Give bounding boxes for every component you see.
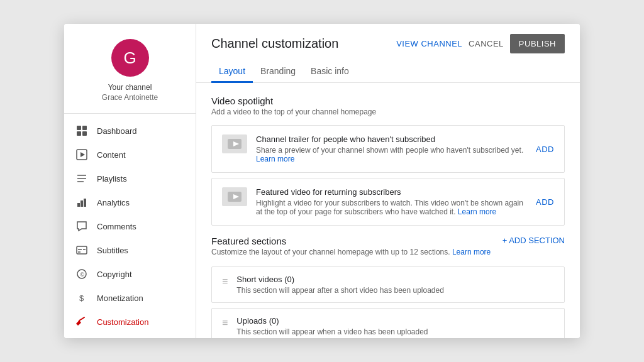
tab-basic-info[interactable]: Basic info: [303, 61, 357, 83]
sidebar-item-dashboard[interactable]: Dashboard: [64, 119, 196, 143]
uploads-desc: This section will appear when a video ha…: [236, 327, 428, 336]
video-spotlight-title: Video spotlight: [211, 96, 565, 106]
svg-rect-3: [82, 131, 87, 136]
channel-label: Your channel: [108, 83, 152, 92]
add-section-button[interactable]: + ADD SECTION: [502, 236, 565, 245]
sidebar-item-audio-library[interactable]: Audio library: [64, 334, 196, 338]
sidebar-item-playlists[interactable]: Playlists: [64, 167, 196, 190]
play-icon: [75, 148, 88, 161]
svg-rect-1: [82, 126, 87, 130]
tabs: Layout Branding Basic info: [196, 56, 580, 83]
main-content: Channel customization VIEW CHANNEL CANCE…: [196, 24, 580, 338]
trailer-card-desc: Share a preview of your channel shown wi…: [256, 146, 527, 163]
copyright-icon: ©: [75, 268, 88, 280]
featured-card-body: Featured video for returning subscribers…: [256, 187, 527, 216]
sidebar-item-label: Analytics: [97, 198, 130, 207]
channel-info: G Your channel Grace Antoinette: [64, 39, 196, 114]
short-videos-desc: This section will appear after a short v…: [236, 286, 444, 295]
list-icon: [75, 172, 88, 185]
svg-text:©: ©: [80, 272, 85, 278]
uploads-section-card: ≡ Uploads (0) This section will appear w…: [211, 308, 565, 338]
svg-rect-0: [77, 126, 81, 130]
svg-rect-9: [77, 203, 80, 207]
svg-rect-11: [84, 199, 86, 207]
channel-name: Grace Antoinette: [102, 93, 158, 102]
featured-learn-more-link[interactable]: Learn more: [458, 207, 496, 216]
svg-rect-2: [77, 131, 81, 136]
featured-sections-subtitle: Customize the layout of your channel hom…: [211, 248, 491, 256]
featured-thumbnail-icon: [222, 187, 247, 206]
sidebar-item-monetization[interactable]: $ Monetization: [64, 286, 196, 310]
sidebar-item-label: Copyright: [97, 270, 132, 279]
nav-list: Dashboard Content Playlists Analytics: [64, 119, 196, 338]
sidebar-item-label: Monetization: [97, 293, 143, 303]
sidebar-item-analytics[interactable]: Analytics: [64, 190, 196, 214]
sidebar-item-label: Customization: [97, 317, 148, 327]
dollar-icon: $: [75, 292, 88, 304]
view-channel-button[interactable]: VIEW CHANNEL: [396, 39, 462, 48]
sidebar-item-label: Content: [97, 150, 126, 160]
featured-video-card: Featured video for returning subscribers…: [211, 178, 565, 226]
sidebar-item-comments[interactable]: Comments: [64, 214, 196, 238]
trailer-card-title: Channel trailer for people who haven't s…: [256, 134, 527, 144]
sidebar-item-content[interactable]: Content: [64, 143, 196, 167]
uploads-title: Uploads (0): [236, 316, 428, 326]
cancel-button[interactable]: CANCEL: [469, 39, 504, 48]
subtitles-icon: [75, 244, 88, 256]
avatar: G: [111, 39, 149, 77]
grid-icon: [75, 124, 88, 137]
sidebar-item-copyright[interactable]: © Copyright: [64, 262, 196, 286]
tab-branding[interactable]: Branding: [253, 61, 303, 83]
comment-icon: [75, 220, 88, 233]
featured-card-desc: Highlight a video for your subscribers t…: [256, 199, 527, 216]
sidebar: G Your channel Grace Antoinette Dashboar…: [64, 24, 196, 338]
main-header: Channel customization VIEW CHANNEL CANCE…: [196, 24, 580, 53]
featured-sections-header: Featured sections Customize the layout o…: [211, 236, 565, 265]
featured-sections-title: Featured sections: [211, 236, 491, 246]
trailer-add-button[interactable]: ADD: [536, 145, 554, 154]
trailer-card-body: Channel trailer for people who haven't s…: [256, 134, 527, 163]
svg-line-19: [79, 317, 84, 321]
video-spotlight-subtitle: Add a video to the top of your channel h…: [211, 107, 565, 116]
drag-handle-icon: ≡: [222, 317, 228, 329]
short-videos-section-card: ≡ Short videos (0) This section will app…: [211, 266, 565, 303]
featured-add-button[interactable]: ADD: [536, 197, 554, 207]
sidebar-item-label: Dashboard: [97, 126, 137, 136]
video-spotlight-section: Video spotlight Add a video to the top o…: [211, 96, 565, 226]
svg-marker-5: [80, 152, 85, 157]
trailer-learn-more-link[interactable]: Learn more: [256, 155, 294, 163]
featured-sections-learn-more-link[interactable]: Learn more: [452, 248, 491, 256]
short-videos-card-body: Short videos (0) This section will appea…: [236, 275, 444, 295]
page-title: Channel customization: [211, 36, 338, 51]
sidebar-item-customization[interactable]: Customization: [64, 310, 196, 334]
svg-rect-10: [80, 200, 83, 207]
trailer-thumbnail-icon: [222, 134, 247, 153]
sidebar-item-label: Playlists: [97, 174, 127, 184]
drag-handle-icon: ≡: [222, 276, 228, 287]
tab-layout[interactable]: Layout: [211, 61, 253, 83]
content-area: Video spotlight Add a video to the top o…: [196, 83, 580, 338]
header-actions: VIEW CHANNEL CANCEL PUBLISH: [396, 34, 565, 53]
sidebar-item-subtitles[interactable]: Subtitles: [64, 238, 196, 262]
sidebar-item-label: Comments: [97, 222, 136, 231]
featured-sections-section: Featured sections Customize the layout o…: [211, 236, 565, 338]
publish-button[interactable]: PUBLISH: [510, 34, 565, 53]
svg-text:$: $: [79, 293, 84, 303]
brush-icon: [75, 315, 88, 328]
sidebar-item-label: Subtitles: [97, 246, 128, 255]
short-videos-title: Short videos (0): [236, 275, 444, 284]
bar-chart-icon: [75, 196, 88, 209]
svg-rect-12: [77, 246, 87, 254]
uploads-card-body: Uploads (0) This section will appear whe…: [236, 316, 428, 336]
channel-trailer-card: Channel trailer for people who haven't s…: [211, 125, 565, 173]
featured-card-title: Featured video for returning subscribers: [256, 187, 527, 197]
